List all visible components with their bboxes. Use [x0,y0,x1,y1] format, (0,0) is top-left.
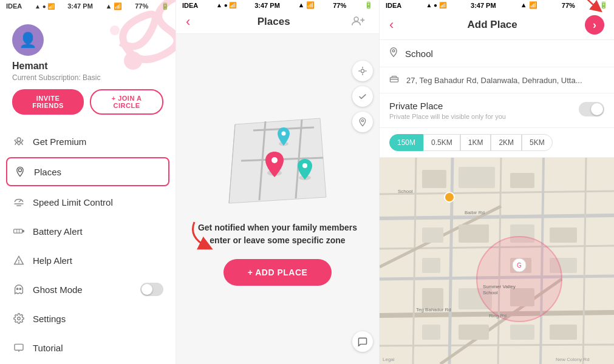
svg-point-2 [17,138,21,141]
settings-icon [12,312,26,325]
arrow-to-add-btn [182,216,231,252]
radius-1km-button[interactable]: 1KM [460,134,491,151]
p2-map-tool-check[interactable] [352,86,373,107]
svg-rect-66 [422,325,440,340]
svg-text:Teg Bahadur Rd: Teg Bahadur Rd [416,307,451,312]
svg-point-33 [302,163,307,168]
p2-time: 3:47 PM [254,2,280,9]
sidebar-item-settings[interactable]: Settings [0,304,176,333]
svg-line-4 [19,200,21,202]
svg-point-12 [19,288,21,289]
svg-point-10 [19,263,19,263]
svg-rect-37 [390,78,398,82]
map-container[interactable]: G School Balbir Rd Summer Valley School … [380,158,614,364]
sidebar-item-get-premium[interactable]: Get Premium [0,127,176,156]
svg-rect-6 [22,231,24,232]
p2-status-bar: IDEA ▲ ● 📶 3:47 PM ▲ 📶 77% 🔋 [176,0,379,10]
private-place-label: Private Place [389,101,579,111]
svg-point-35 [282,132,286,136]
add-place-area: Get notified when your family members en… [188,221,367,286]
time: 3:47 PM [67,2,93,10]
svg-text:Summer Valley: Summer Valley [483,284,516,289]
arrow-to-action-btn [564,0,613,15]
p2-map-tool-target[interactable] [352,61,373,81]
ghost-mode-toggle[interactable] [140,283,163,296]
sidebar-label-places: Places [34,167,61,177]
svg-text:School: School [398,189,413,194]
svg-rect-57 [459,224,489,243]
subscription-label: Current Subscription: Basic [12,73,100,82]
add-place-button[interactable]: + ADD PLACE [223,259,332,286]
svg-rect-56 [422,228,443,243]
place-name-row: School [380,40,614,67]
private-place-text: Private Place Private Place will be visi… [389,101,579,120]
sidebar-item-places[interactable]: Places [6,157,169,186]
sidebar-item-ghost-mode[interactable]: Ghost Mode [0,275,176,304]
radius-2km-button[interactable]: 2KM [491,134,522,151]
svg-text:School: School [483,290,498,295]
p2-carrier: IDEA [182,2,198,9]
avatar: 👤 [12,24,44,56]
private-place-toggle[interactable] [579,102,604,116]
svg-rect-68 [510,325,534,340]
sidebar-label-battery-alert: Battery Alert [33,226,83,237]
svg-rect-5 [14,229,22,233]
help-alert-icon [12,254,26,267]
p2-back-button[interactable]: ‹ [186,14,190,30]
places-panel: IDEA ▲ ● 📶 3:47 PM ▲ 📶 77% 🔋 ‹ Places [176,0,380,364]
p3-action-button[interactable]: › [585,15,604,35]
sidebar-item-tutorial[interactable]: Tutorial [0,333,176,362]
p2-map-tool-location[interactable] [352,112,373,132]
places-icon [13,165,27,178]
sidebar-label-settings: Settings [33,314,66,324]
svg-point-11 [16,288,18,289]
svg-point-36 [392,50,395,52]
radius-selector: 150M 0.5KM 1KM 2KM 5KM [380,128,614,158]
svg-text:New Colony Rd: New Colony Rd [556,357,590,362]
private-place-row: Private Place Private Place will be visi… [380,93,614,128]
svg-text:G: G [517,262,522,269]
p2-chat-icon[interactable] [352,331,373,352]
svg-point-23 [361,120,363,121]
ghost-mode-icon [12,283,26,296]
invite-friends-button[interactable]: INVITE FRIENDS [12,89,84,115]
user-name: Hemant [12,61,48,72]
sidebar-label-tutorial: Tutorial [33,343,63,353]
carrier: IDEA [6,2,22,10]
svg-rect-63 [422,288,443,309]
radius-05km-button[interactable]: 0.5KM [423,134,460,151]
address-icon [389,75,399,86]
nav-menu: Get Premium Places Speed Limit Control [0,124,176,364]
p3-back-button[interactable]: ‹ [389,17,394,33]
svg-point-31 [271,157,278,163]
svg-point-15 [354,17,358,21]
svg-rect-69 [550,325,577,340]
profile-section: 👤 Hemant Current Subscription: Basic INV… [0,12,176,124]
places-illustration [217,112,338,209]
sidebar-item-battery-alert[interactable]: Battery Alert [0,217,176,246]
battery: 77% [135,2,148,10]
sidebar-label-ghost-mode: Ghost Mode [33,285,83,295]
p2-map-tools [352,61,373,132]
svg-point-70 [445,192,454,202]
map-view: G School Balbir Rd Summer Valley School … [380,158,614,364]
sidebar-label-help-alert: Help Alert [33,255,72,266]
places-header: ‹ Places [176,10,379,34]
sidebar-item-speed-limit[interactable]: Speed Limit Control [0,187,176,217]
svg-rect-54 [459,167,495,188]
radius-5km-button[interactable]: 5KM [522,134,553,151]
speed-limit-icon [12,195,26,209]
svg-rect-59 [550,228,577,243]
radius-150m-button[interactable]: 150M [389,134,423,151]
p2-title: Places [196,16,351,28]
join-circle-button[interactable]: + JOIN A CIRCLE [90,89,163,115]
svg-rect-14 [15,344,23,350]
address-row: 27, Teg Bahadur Rd, Dalanwala, Dehradun,… [380,67,614,93]
svg-rect-55 [510,173,534,188]
svg-point-18 [361,69,364,72]
sidebar-item-help-alert[interactable]: Help Alert [0,246,176,275]
user-avatar-icon: 👤 [19,32,37,49]
svg-rect-67 [459,325,489,340]
address-value: 27, Teg Bahadur Rd, Dalanwala, Dehradun,… [406,76,582,85]
action-buttons: INVITE FRIENDS + JOIN A CIRCLE [12,89,163,115]
